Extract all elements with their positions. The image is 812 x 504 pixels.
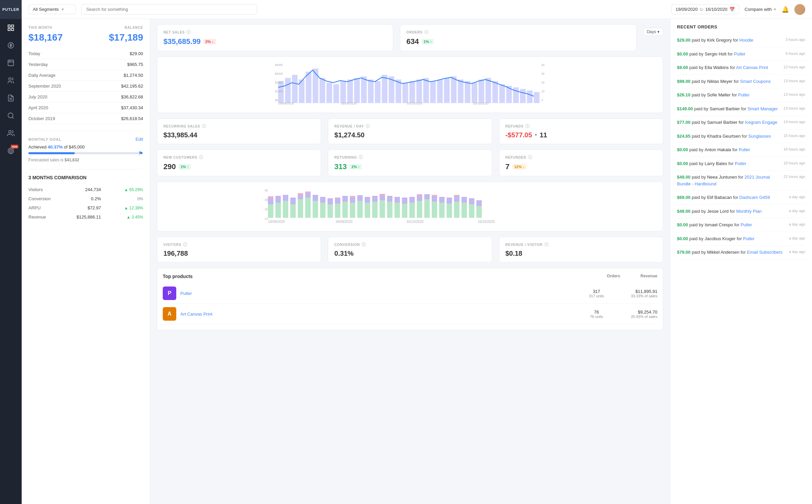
- refunds-info-icon[interactable]: ⓘ: [525, 123, 530, 129]
- sidebar-item-orders[interactable]: [0, 54, 22, 72]
- visitors-info-icon[interactable]: ⓘ: [183, 242, 187, 248]
- order-product[interactable]: Putler: [739, 147, 750, 152]
- main-chart: 19/09/2020 26/09/2020 03/10/2020 10/10/2…: [157, 56, 663, 113]
- order-product[interactable]: Putler: [735, 161, 746, 166]
- order-row: $149.00 paid by Samuel Barbier for Smart…: [677, 102, 805, 116]
- order-time: 12 hours ago: [784, 64, 805, 69]
- date-range-picker[interactable]: 19/09/2020 to 16/10/2020 📅: [671, 4, 739, 14]
- svg-rect-123: [447, 198, 452, 204]
- avatar[interactable]: [794, 4, 805, 15]
- segment-select[interactable]: All Segments ▾: [28, 4, 76, 14]
- new-customers-card: NEW CUSTOMERS ⓘ 290 1% ↑: [157, 150, 321, 176]
- orders-info-icon[interactable]: ⓘ: [424, 29, 429, 35]
- order-product[interactable]: Monthly Plan: [736, 209, 762, 214]
- order-product[interactable]: Sunglasses: [748, 134, 771, 139]
- order-product[interactable]: Smart Manager: [747, 106, 778, 111]
- order-amount: $49.00: [677, 209, 691, 214]
- order-info: $0.00 paid by Jacobus Kruger for Putler: [677, 235, 786, 242]
- order-info: $99.00 paid by Niklas Meyer for Smart Co…: [677, 78, 780, 85]
- refunded-info-icon[interactable]: ⓘ: [528, 155, 533, 160]
- notification-icon[interactable]: 🔔: [782, 6, 789, 13]
- balance-label: BALANCE: [125, 26, 143, 29]
- svg-point-11: [9, 131, 11, 133]
- order-amount: $0.00: [677, 161, 688, 166]
- product-revenue: $9,254.70 25.93% of sales: [617, 310, 657, 319]
- sidebar-item-sales[interactable]: [0, 37, 22, 54]
- svg-rect-90: [342, 202, 348, 218]
- svg-rect-33: [403, 83, 408, 103]
- order-product[interactable]: Smart Coupons: [740, 79, 770, 84]
- order-time: 14 hours ago: [784, 119, 805, 124]
- revenue-day-card: REVENUE / DAY ⓘ $1,274.50: [328, 118, 492, 144]
- compare-with-button[interactable]: Compare with ▾: [745, 7, 776, 12]
- svg-rect-76: [298, 199, 303, 218]
- svg-text:03/10/2020: 03/10/2020: [407, 220, 424, 224]
- order-product[interactable]: Art Canvas Print: [736, 65, 768, 70]
- svg-rect-44: [478, 79, 484, 103]
- order-product[interactable]: Putler: [743, 236, 754, 241]
- search-input[interactable]: [81, 4, 257, 15]
- left-panel: THIS MONTH BALANCE $18,167 $17,189 Today…: [22, 19, 150, 504]
- sidebar-item-goals[interactable]: new: [0, 142, 22, 160]
- order-customer: Larry Bates: [705, 161, 727, 166]
- order-product[interactable]: Putler: [734, 51, 745, 56]
- order-row: $79.00 paid by Mikkel Andersen for Email…: [677, 246, 805, 259]
- revenue-visitor-info-icon[interactable]: ⓘ: [544, 242, 549, 248]
- order-product[interactable]: Putler: [738, 92, 750, 97]
- order-product[interactable]: Hoodie: [739, 38, 753, 43]
- dollar-icon: [7, 42, 15, 49]
- order-product[interactable]: Icegram Engage: [745, 120, 777, 125]
- recurring-sales-info-icon[interactable]: ⓘ: [202, 123, 206, 129]
- comparison-row: Conversion0.2% 0%: [28, 194, 143, 203]
- order-product[interactable]: Putler: [741, 222, 752, 227]
- svg-rect-121: [439, 197, 445, 203]
- order-product[interactable]: Dashcam G459: [739, 195, 770, 200]
- recent-orders-list: $29.00 paid by Kirk Gregory for Hoodie 3…: [677, 33, 805, 259]
- main-area: All Segments ▾ 19/09/2020 to 16/10/2020 …: [22, 0, 812, 504]
- order-customer: Samuel Barbier: [709, 106, 740, 111]
- product-name[interactable]: Art Canvas Print: [180, 312, 576, 317]
- order-time: a day ago: [789, 194, 805, 199]
- svg-rect-45: [486, 78, 491, 103]
- svg-rect-79: [305, 198, 311, 218]
- date-end: 16/10/2020: [705, 7, 727, 12]
- svg-rect-68: [268, 198, 273, 204]
- sidebar-item-affiliates[interactable]: [0, 124, 22, 142]
- sidebar-item-customers[interactable]: [0, 72, 22, 89]
- revenue-day-label: REVENUE / DAY ⓘ: [334, 123, 486, 129]
- svg-rect-100: [372, 196, 378, 202]
- svg-point-9: [8, 113, 13, 118]
- refunds-value-row: -$577.05 • 11: [505, 131, 657, 139]
- sidebar-logo: PUTLER: [0, 0, 22, 19]
- order-customer: Ella Watkins: [705, 65, 729, 70]
- orders-label: ORDERS ⓘ: [406, 29, 630, 35]
- product-name[interactable]: Putler: [180, 291, 576, 296]
- svg-rect-35: [416, 79, 422, 103]
- goal-flag-icon: ⚑: [138, 150, 143, 157]
- order-product[interactable]: Email Subscribers: [747, 250, 783, 255]
- returning-value: 313: [334, 162, 347, 171]
- conversion-info-icon[interactable]: ⓘ: [362, 242, 366, 248]
- order-customer: Jesse Lord: [707, 209, 729, 214]
- sidebar-item-analytics[interactable]: [0, 107, 22, 124]
- net-sales-info-icon[interactable]: ⓘ: [186, 29, 191, 35]
- svg-rect-28: [368, 79, 374, 103]
- new-customers-label: NEW CUSTOMERS ⓘ: [163, 155, 315, 160]
- days-button[interactable]: Days ▾: [643, 28, 663, 36]
- svg-text:10/10/2020: 10/10/2020: [478, 220, 495, 224]
- svg-rect-22: [326, 83, 332, 103]
- returning-info-icon[interactable]: ⓘ: [359, 155, 363, 160]
- revenue-day-info-icon[interactable]: ⓘ: [366, 123, 370, 129]
- svg-rect-107: [394, 197, 400, 203]
- balance-value: $17,189: [109, 32, 143, 43]
- sidebar-item-reports[interactable]: [0, 89, 22, 107]
- svg-rect-80: [305, 192, 311, 198]
- svg-rect-87: [328, 198, 333, 204]
- order-customer: Samuel Barbier: [707, 120, 738, 125]
- svg-rect-77: [298, 194, 303, 199]
- sidebar-item-dashboard[interactable]: [0, 19, 22, 37]
- order-amount: $0.00: [677, 236, 688, 241]
- goal-edit-button[interactable]: Edit: [136, 137, 143, 142]
- order-time: 3 hours ago: [786, 37, 805, 42]
- new-customers-info-icon[interactable]: ⓘ: [199, 155, 203, 160]
